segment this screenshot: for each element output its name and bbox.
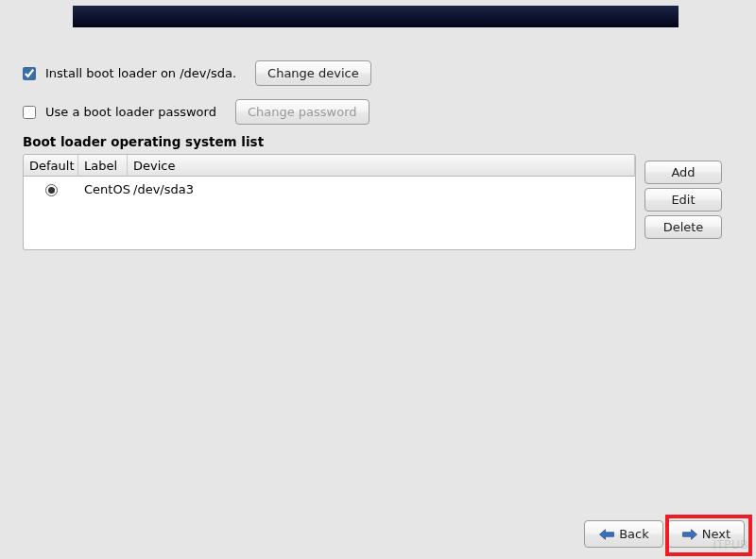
os-list-title: Boot loader operating system list: [23, 134, 264, 149]
edit-button[interactable]: Edit: [644, 188, 722, 212]
watermark: ITPUB: [713, 538, 748, 551]
os-list-actions: Add Edit Delete: [644, 161, 722, 239]
use-password-row: Use a boot loader password Change passwo…: [23, 99, 369, 125]
column-label[interactable]: Label: [78, 155, 128, 177]
back-button-label: Back: [619, 527, 649, 541]
add-button[interactable]: Add: [644, 161, 722, 184]
use-password-checkbox[interactable]: [23, 106, 36, 119]
arrow-left-icon: [598, 528, 615, 541]
install-bootloader-row: Install boot loader on /dev/sda. Change …: [23, 60, 371, 86]
back-button[interactable]: Back: [584, 520, 663, 548]
os-list-header: Default Label Device: [23, 154, 636, 177]
column-default[interactable]: Default: [24, 155, 78, 177]
install-bootloader-checkbox[interactable]: [23, 67, 36, 80]
row-default-radio[interactable]: [24, 178, 78, 200]
change-password-button[interactable]: Change password: [235, 99, 369, 125]
os-list: Default Label Device CentOS /dev/sda3: [23, 154, 636, 250]
radio-selected-icon: [45, 184, 58, 196]
delete-button[interactable]: Delete: [644, 215, 722, 239]
install-bootloader-label: Install boot loader on /dev/sda.: [45, 66, 236, 80]
header-banner: [73, 6, 679, 27]
row-label: CentOS: [78, 178, 128, 200]
column-device[interactable]: Device: [128, 155, 635, 177]
change-device-button[interactable]: Change device: [255, 60, 371, 86]
row-device: /dev/sda3: [128, 178, 635, 200]
os-list-body[interactable]: CentOS /dev/sda3: [23, 177, 636, 250]
table-row[interactable]: CentOS /dev/sda3: [24, 177, 635, 202]
arrow-right-icon: [681, 528, 698, 541]
use-password-label: Use a boot loader password: [45, 105, 216, 119]
